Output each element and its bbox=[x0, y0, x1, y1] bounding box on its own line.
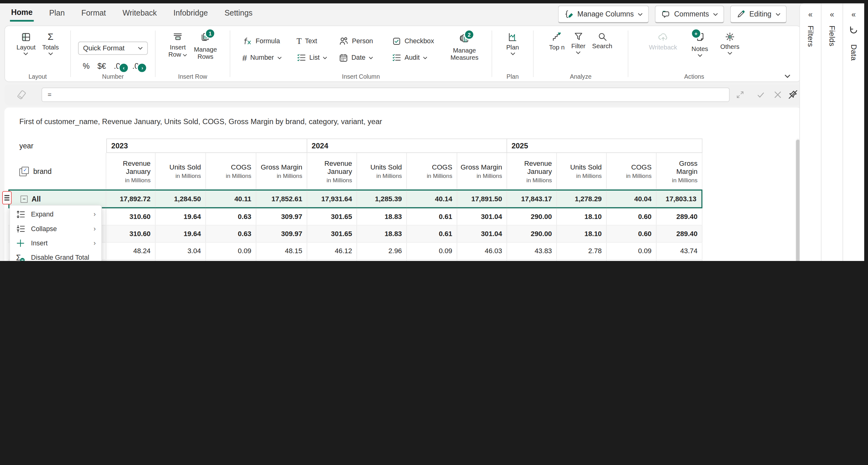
table-cell[interactable]: 48.15 bbox=[256, 242, 307, 259]
table-cell[interactable]: 310.60 bbox=[106, 208, 156, 225]
menu-plan[interactable]: Plan bbox=[48, 5, 66, 21]
audit-column-button[interactable]: Audit bbox=[390, 52, 447, 63]
table-cell[interactable]: 301.65 bbox=[307, 226, 357, 242]
unpin-icon[interactable] bbox=[788, 89, 798, 100]
formula-input[interactable]: = bbox=[42, 87, 730, 102]
table-cell[interactable]: 57.10 bbox=[507, 260, 557, 261]
table-cell[interactable]: 17,891.50 bbox=[457, 191, 507, 207]
table-cell[interactable]: 17,843.17 bbox=[507, 191, 557, 207]
table-cell[interactable]: 3.93 bbox=[156, 260, 206, 261]
percent-format-button[interactable]: % bbox=[83, 62, 90, 70]
table-cell[interactable]: 61.87 bbox=[106, 260, 156, 261]
menu-writeback[interactable]: Writeback bbox=[122, 5, 158, 21]
manage-rows-button[interactable]: 1 ManageRows bbox=[190, 30, 220, 62]
table-cell[interactable]: 0.09 bbox=[407, 242, 457, 259]
measure-header-cell[interactable]: COGSin Millions bbox=[206, 153, 256, 190]
cancel-icon[interactable] bbox=[774, 91, 782, 98]
table-cell[interactable]: 62.23 bbox=[307, 260, 357, 261]
plan-button[interactable]: Plan bbox=[503, 30, 522, 57]
context-menu-item-disable-grand-total[interactable]: ΣDisable Grand Total bbox=[10, 251, 101, 261]
currency-format-button[interactable]: $€ bbox=[97, 62, 106, 70]
table-cell[interactable]: 1,285.39 bbox=[357, 191, 407, 207]
date-column-button[interactable]: Date bbox=[337, 52, 390, 63]
menu-settings[interactable]: Settings bbox=[223, 5, 254, 21]
context-menu-item-expand[interactable]: Expand› bbox=[10, 207, 101, 222]
table-cell[interactable]: 0.12 bbox=[407, 260, 457, 261]
formula-column-button[interactable]: Formula bbox=[240, 35, 294, 47]
manage-columns-button[interactable]: Manage Columns bbox=[558, 6, 649, 23]
measure-header-cell[interactable]: Units Soldin Millions bbox=[357, 153, 407, 190]
eraser-icon[interactable] bbox=[17, 90, 26, 100]
table-cell[interactable]: 46.12 bbox=[307, 242, 357, 259]
table-cell[interactable]: 310.60 bbox=[106, 226, 156, 242]
manage-measures-button[interactable]: 2 ManageMeasures bbox=[447, 32, 482, 63]
number-column-button[interactable]: #Number bbox=[240, 52, 294, 63]
table-cell[interactable]: 290.00 bbox=[507, 208, 557, 225]
editing-mode-button[interactable]: Editing bbox=[730, 6, 786, 23]
table-cell[interactable]: 43.74 bbox=[657, 242, 703, 259]
side-panel-filters[interactable]: «Filters bbox=[799, 3, 821, 261]
table-cell[interactable]: 19.64 bbox=[156, 208, 206, 225]
notes-button[interactable]: + Notes bbox=[688, 30, 711, 58]
side-panel-data[interactable]: «Data bbox=[842, 3, 864, 261]
table-cell[interactable]: 19.64 bbox=[156, 226, 206, 242]
year-group-header[interactable]: 2023 bbox=[106, 138, 307, 153]
table-cell[interactable]: 3.89 bbox=[357, 260, 407, 261]
table-cell[interactable]: 17,852.61 bbox=[256, 191, 307, 207]
table-cell[interactable]: 0.63 bbox=[206, 208, 256, 225]
table-cell[interactable]: 290.00 bbox=[507, 226, 557, 242]
collapse-box-icon[interactable]: − bbox=[21, 195, 28, 202]
menu-infobridge[interactable]: Infobridge bbox=[172, 5, 209, 21]
table-cell[interactable]: 18.83 bbox=[357, 208, 407, 225]
measure-header-cell[interactable]: Gross Marginin Millions bbox=[657, 153, 703, 190]
collapse-ribbon-icon[interactable] bbox=[784, 74, 790, 78]
insert-row-button[interactable]: InsertRow bbox=[165, 30, 190, 59]
menu-format[interactable]: Format bbox=[80, 5, 107, 21]
table-cell[interactable]: 17,892.72 bbox=[106, 191, 156, 207]
others-button[interactable]: Others bbox=[717, 30, 743, 56]
table-cell[interactable]: 0.09 bbox=[206, 242, 256, 259]
table-cell[interactable]: 0.60 bbox=[607, 208, 656, 225]
search-button[interactable]: Search bbox=[589, 30, 616, 51]
menu-home[interactable]: Home bbox=[10, 4, 34, 21]
table-cell[interactable]: 289.40 bbox=[657, 226, 703, 242]
table-cell[interactable]: 0.61 bbox=[407, 226, 457, 242]
table-cell[interactable]: 1,284.50 bbox=[156, 191, 206, 207]
year-group-header[interactable]: 2024 bbox=[307, 138, 507, 153]
table-cell[interactable]: 301.04 bbox=[457, 208, 507, 225]
expand-panel-icon[interactable]: « bbox=[808, 10, 813, 19]
table-cell[interactable]: 0.60 bbox=[607, 226, 656, 242]
table-cell[interactable]: 40.11 bbox=[206, 191, 256, 207]
measure-header-cell[interactable]: Revenue Januaryin Millions bbox=[106, 153, 156, 190]
refresh-icon[interactable] bbox=[849, 26, 859, 38]
table-cell[interactable]: 301.65 bbox=[307, 208, 357, 225]
year-group-header[interactable]: 2025 bbox=[507, 138, 703, 153]
table-cell[interactable]: 289.40 bbox=[657, 208, 703, 225]
confirm-icon[interactable] bbox=[757, 91, 765, 99]
table-cell[interactable]: 2.78 bbox=[557, 242, 607, 259]
increase-decimal-button[interactable]: .00› bbox=[132, 62, 143, 70]
comments-button[interactable]: Comments bbox=[655, 6, 724, 23]
table-cell[interactable]: 0.09 bbox=[607, 242, 656, 259]
table-cell[interactable]: 1,278.29 bbox=[557, 191, 607, 207]
table-cell[interactable]: 43.83 bbox=[507, 242, 557, 259]
table-cell[interactable]: 17,931.64 bbox=[307, 191, 357, 207]
table-cell[interactable]: 56.98 bbox=[657, 260, 703, 261]
context-menu-item-collapse[interactable]: Collapse› bbox=[10, 222, 101, 236]
row-drag-handle[interactable] bbox=[2, 191, 11, 205]
measure-header-cell[interactable]: Revenue Januaryin Millions bbox=[307, 153, 357, 190]
filter-button[interactable]: Filter bbox=[568, 30, 589, 55]
top-n-button[interactable]: Top n bbox=[546, 30, 568, 52]
table-cell[interactable]: 0.63 bbox=[206, 226, 256, 242]
expand-panel-icon[interactable]: « bbox=[830, 10, 834, 19]
table-cell[interactable]: 18.10 bbox=[557, 208, 607, 225]
measure-header-cell[interactable]: Gross Marginin Millions bbox=[256, 153, 307, 190]
decrease-decimal-button[interactable]: .00‹ bbox=[114, 62, 125, 70]
expand-panel-icon[interactable]: « bbox=[851, 10, 856, 19]
measure-header-cell[interactable]: Revenue Januaryin Millions bbox=[507, 153, 557, 190]
table-cell[interactable]: 309.97 bbox=[256, 208, 307, 225]
table-cell[interactable]: 61.74 bbox=[256, 260, 307, 261]
table-cell[interactable]: 62.11 bbox=[457, 260, 507, 261]
table-cell[interactable]: 18.83 bbox=[357, 226, 407, 242]
layout-button[interactable]: Layout bbox=[13, 30, 39, 57]
